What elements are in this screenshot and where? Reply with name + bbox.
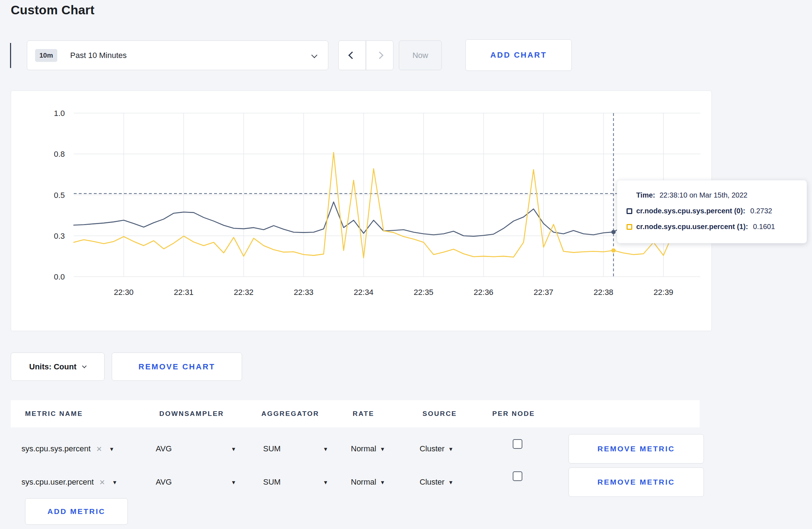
metric-row: sys.cpu.sys.percent × ▼ AVG ▼ SUM ▼ Norm…: [11, 434, 700, 464]
tooltip-user-series-name: cr.node.sys.cpu.user.percent (1):: [636, 223, 748, 231]
x-tick-label: 22:38: [594, 288, 613, 297]
header-source: SOURCE: [422, 400, 457, 427]
units-dropdown[interactable]: Units: Count: [11, 353, 105, 381]
header-per-node: PER NODE: [492, 400, 535, 427]
caret-down-icon: ▼: [448, 446, 454, 452]
x-tick-label: 22:32: [234, 288, 253, 297]
time-range-label: Past 10 Minutes: [70, 51, 127, 60]
rate-select[interactable]: Normal ▼: [351, 467, 385, 497]
x-tick-label: 22:30: [114, 288, 134, 297]
time-range-dropdown[interactable]: 10m Past 10 Minutes: [27, 40, 328, 70]
tooltip-sys-series-value: 0.2732: [750, 207, 772, 215]
tooltip-sys-series-name: cr.node.sys.cpu.sys.percent (0):: [636, 207, 745, 215]
caret-down-icon: ▼: [323, 479, 328, 485]
caret-down-icon: ▼: [323, 446, 328, 452]
downsampler-value: AVG: [156, 467, 172, 497]
remove-metric-x-icon[interactable]: ×: [96, 443, 102, 455]
header-metric-name: METRIC NAME: [25, 400, 83, 427]
metric-row: sys.cpu.user.percent × ▼ AVG ▼ SUM ▼ Nor…: [11, 467, 700, 497]
chevron-down-icon: [311, 52, 318, 58]
next-time-button[interactable]: [366, 41, 393, 70]
x-tick-label: 22:39: [654, 288, 673, 297]
caret-down-icon: ▼: [109, 446, 114, 452]
y-tick-label: 0.8: [54, 150, 65, 159]
caret-down-icon: ▼: [448, 479, 454, 485]
y-tick-label: 0.5: [54, 191, 65, 200]
line-chart[interactable]: 0.00.30.50.81.022:3022:3122:3222:3322:34…: [11, 91, 712, 331]
caret-down-icon: ▼: [231, 446, 236, 452]
per-node-checkbox[interactable]: [513, 471, 522, 481]
page-title: Custom Chart: [11, 3, 95, 17]
aggregator-value: SUM: [263, 434, 281, 464]
user-series-swatch-icon: [627, 224, 632, 230]
remove-chart-button[interactable]: REMOVE CHART: [112, 353, 242, 381]
chevron-down-icon: [82, 364, 87, 368]
remove-metric-button[interactable]: REMOVE METRIC: [569, 467, 704, 497]
x-tick-label: 22:37: [534, 288, 554, 297]
remove-metric-button[interactable]: REMOVE METRIC: [569, 434, 704, 464]
x-tick-label: 22:33: [294, 288, 314, 297]
metric-name-select[interactable]: sys.cpu.sys.percent × ▼: [21, 434, 114, 464]
prev-time-button[interactable]: [339, 41, 366, 70]
x-tick-label: 22:36: [474, 288, 493, 297]
tooltip-user-series-value: 0.1601: [753, 223, 775, 231]
custom-chart-page: Custom Chart 10m Past 10 Minutes Now ADD…: [0, 0, 812, 529]
chevron-left-icon: [348, 52, 356, 59]
header-rate: RATE: [353, 400, 374, 427]
chart-tooltip: Time: 22:38:10 on Mar 15th, 2022 cr.node…: [617, 180, 807, 243]
sys-crosshair-dot: [612, 230, 616, 234]
sys-series-line: [74, 202, 673, 236]
source-select[interactable]: Cluster ▼: [420, 467, 454, 497]
metric-name-select[interactable]: sys.cpu.user.percent × ▼: [21, 467, 117, 497]
toolbar-accent-divider: [10, 43, 11, 68]
downsampler-select[interactable]: ▼: [231, 434, 236, 464]
user-crosshair-dot: [612, 248, 616, 253]
time-range-badge: 10m: [35, 49, 57, 62]
header-aggregator: AGGREGATOR: [261, 400, 319, 427]
sys-series-swatch-icon: [627, 208, 632, 214]
x-tick-label: 22:31: [174, 288, 194, 297]
y-tick-label: 1.0: [54, 109, 65, 118]
chart-card: 0.00.30.50.81.022:3022:3122:3222:3322:34…: [11, 91, 712, 331]
aggregator-select[interactable]: ▼: [323, 467, 328, 497]
metrics-table-header: METRIC NAME DOWNSAMPLER AGGREGATOR RATE …: [11, 400, 700, 427]
now-button[interactable]: Now: [399, 40, 442, 70]
x-tick-label: 22:35: [414, 288, 434, 297]
user-series-line: [74, 152, 673, 258]
aggregator-select[interactable]: ▼: [323, 434, 328, 464]
caret-down-icon: ▼: [231, 479, 236, 485]
tooltip-time-value: 22:38:10 on Mar 15th, 2022: [659, 191, 748, 199]
y-tick-label: 0.3: [54, 232, 65, 241]
caret-down-icon: ▼: [112, 479, 117, 485]
tooltip-time-label: Time:: [636, 191, 655, 199]
y-tick-label: 0.0: [54, 272, 65, 281]
aggregator-value: SUM: [263, 467, 281, 497]
add-metric-button[interactable]: ADD METRIC: [25, 498, 128, 525]
caret-down-icon: ▼: [380, 479, 385, 485]
per-node-checkbox[interactable]: [513, 439, 522, 449]
add-chart-button[interactable]: ADD CHART: [465, 39, 572, 71]
source-select[interactable]: Cluster ▼: [420, 434, 454, 464]
remove-metric-x-icon[interactable]: ×: [100, 477, 105, 488]
downsampler-select[interactable]: ▼: [231, 467, 236, 497]
caret-down-icon: ▼: [380, 446, 385, 452]
x-tick-label: 22:34: [354, 288, 373, 297]
time-pager: [338, 40, 393, 70]
downsampler-value: AVG: [156, 434, 172, 464]
chevron-right-icon: [376, 52, 383, 59]
rate-select[interactable]: Normal ▼: [351, 434, 385, 464]
header-downsampler: DOWNSAMPLER: [159, 400, 224, 427]
